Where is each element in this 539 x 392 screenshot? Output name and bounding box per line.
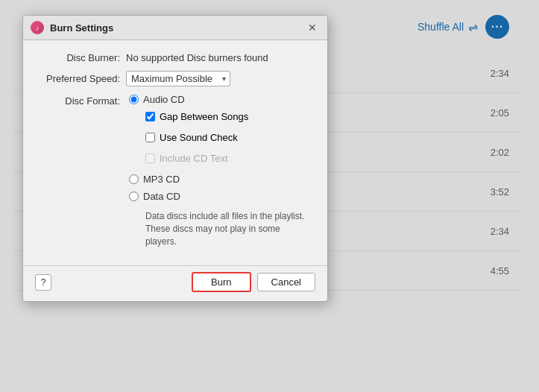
preferred-speed-row: Preferred Speed: Maximum Possible 1x 2x … [38,71,312,86]
include-cd-text-checkbox[interactable] [145,154,155,163]
data-cd-option[interactable]: Data CD [129,191,312,202]
help-label: ? [41,277,46,288]
burn-settings-dialog: ♪ Burn Settings ✕ Disc Burner: No suppor… [22,15,328,302]
include-cd-text-option[interactable]: Include CD Text [145,153,312,164]
include-cd-text-label: Include CD Text [160,153,228,164]
help-button[interactable]: ? [35,274,51,291]
data-cd-radio[interactable] [129,192,139,201]
modal-overlay: ♪ Burn Settings ✕ Disc Burner: No suppor… [0,0,539,392]
audio-cd-label: Audio CD [143,94,185,105]
dialog-footer: ? Burn Cancel [23,265,327,301]
disc-burner-value: No supported Disc burners found [126,52,268,63]
mp3-cd-option[interactable]: MP3 CD [129,174,312,185]
audio-cd-option[interactable]: Audio CD [129,94,312,105]
disc-burner-label: Disc Burner: [38,52,120,63]
dialog-title: Burn Settings [50,22,299,34]
itunes-icon: ♪ [31,21,44,34]
use-sound-check-checkbox[interactable] [145,133,155,142]
data-cd-label: Data CD [143,191,180,202]
preferred-speed-label: Preferred Speed: [38,73,120,84]
disc-format-section: Disc Format: Audio CD Gap Between Songs [38,94,312,247]
speed-select[interactable]: Maximum Possible 1x 2x 4x 8x 16x 24x [126,71,230,86]
speed-select-wrapper[interactable]: Maximum Possible 1x 2x 4x 8x 16x 24x ▾ [126,71,230,86]
use-sound-check-option[interactable]: Use Sound Check [145,132,312,143]
use-sound-check-label: Use Sound Check [160,132,238,143]
gap-between-songs-checkbox[interactable] [145,112,155,121]
mp3-cd-radio[interactable] [129,174,139,184]
music-note-icon: ♪ [36,24,40,32]
mp3-cd-label: MP3 CD [143,174,180,185]
audio-cd-radio[interactable] [129,95,139,104]
close-button[interactable]: ✕ [305,20,320,35]
dialog-body: Disc Burner: No supported Disc burners f… [23,40,327,262]
gap-between-songs-label: Gap Between Songs [160,111,248,122]
gap-between-songs-option[interactable]: Gap Between Songs [145,111,312,122]
close-icon: ✕ [308,22,317,34]
burn-label: Burn [211,276,231,288]
disc-format-label: Disc Format: [38,94,120,107]
disc-burner-row: Disc Burner: No supported Disc burners f… [38,52,312,63]
burn-button[interactable]: Burn [192,272,250,292]
dialog-titlebar: ♪ Burn Settings ✕ [23,16,327,40]
disc-format-options: Audio CD Gap Between Songs Use Sound Che… [129,94,312,247]
cancel-button[interactable]: Cancel [257,273,315,291]
data-cd-note: Data discs include all files in the play… [145,210,312,247]
cancel-label: Cancel [271,276,301,288]
